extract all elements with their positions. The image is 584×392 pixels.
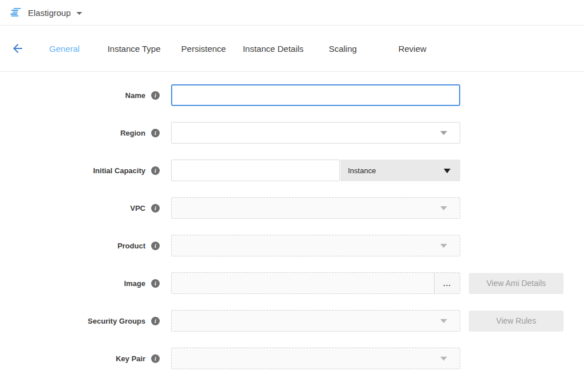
key-pair-select bbox=[171, 348, 460, 369]
vpc-select bbox=[171, 197, 460, 219]
image-picker-value bbox=[172, 273, 434, 293]
tab-persistence[interactable]: Persistence bbox=[169, 44, 238, 54]
form-row-product: Product i bbox=[0, 235, 584, 256]
image-picker: ... bbox=[171, 272, 460, 294]
wizard-tabs: General Instance Type Persistence Instan… bbox=[30, 44, 447, 54]
form-row-security-groups: Security Groups i View Rules bbox=[0, 310, 584, 332]
region-label: Region bbox=[120, 129, 145, 137]
key-pair-info-icon[interactable]: i bbox=[151, 354, 160, 363]
capacity-unit-value: Instance bbox=[348, 166, 376, 175]
form-row-initial-capacity: Initial Capacity i Instance bbox=[0, 160, 584, 181]
name-input[interactable] bbox=[171, 84, 460, 106]
tab-general[interactable]: General bbox=[30, 44, 99, 54]
product-select bbox=[171, 235, 460, 256]
key-pair-label: Key Pair bbox=[116, 354, 145, 363]
view-rules-button[interactable]: View Rules bbox=[469, 311, 563, 332]
tab-instance-details[interactable]: Instance Details bbox=[238, 44, 308, 54]
image-info-icon[interactable]: i bbox=[151, 279, 160, 288]
form-row-region: Region i bbox=[0, 122, 584, 144]
chevron-down-icon bbox=[440, 131, 447, 135]
product-label: Product bbox=[117, 242, 145, 250]
vpc-info-icon[interactable]: i bbox=[151, 204, 160, 213]
initial-capacity-info-icon[interactable]: i bbox=[151, 166, 160, 175]
capacity-unit-select[interactable]: Instance bbox=[340, 160, 460, 181]
initial-capacity-input[interactable] bbox=[171, 160, 340, 181]
region-info-icon[interactable]: i bbox=[151, 129, 160, 137]
view-ami-details-button[interactable]: View Ami Details bbox=[469, 273, 563, 294]
chevron-down-icon bbox=[440, 357, 447, 361]
vpc-label: VPC bbox=[130, 204, 145, 213]
tab-instance-type[interactable]: Instance Type bbox=[99, 44, 169, 54]
security-groups-select bbox=[171, 310, 460, 332]
region-select[interactable] bbox=[171, 122, 460, 144]
top-bar: Elastigroup bbox=[0, 0, 584, 26]
form-row-name: Name i bbox=[0, 84, 584, 106]
form-row-key-pair: Key Pair i bbox=[0, 348, 584, 369]
wizard-tab-bar: General Instance Type Persistence Instan… bbox=[0, 26, 584, 72]
back-arrow-icon[interactable] bbox=[11, 42, 25, 55]
elastigroup-logo-icon bbox=[9, 7, 22, 18]
chevron-down-icon[interactable] bbox=[76, 12, 82, 15]
form-row-vpc: VPC i bbox=[0, 197, 584, 219]
product-info-icon[interactable]: i bbox=[151, 242, 160, 250]
app-title[interactable]: Elastigroup bbox=[28, 8, 71, 18]
security-groups-info-icon[interactable]: i bbox=[151, 317, 160, 325]
image-label: Image bbox=[124, 279, 145, 288]
chevron-down-icon bbox=[444, 169, 451, 173]
form-row-image: Image i ... View Ami Details bbox=[0, 272, 584, 294]
name-label: Name bbox=[125, 91, 145, 100]
general-form: Name i Region i Initial Capacity i Insta… bbox=[0, 72, 584, 369]
chevron-down-icon bbox=[440, 319, 447, 323]
chevron-down-icon bbox=[440, 244, 447, 248]
tab-review[interactable]: Review bbox=[378, 44, 447, 54]
name-info-icon[interactable]: i bbox=[151, 91, 160, 100]
initial-capacity-label: Initial Capacity bbox=[93, 166, 145, 175]
security-groups-label: Security Groups bbox=[88, 317, 145, 325]
image-browse-button[interactable]: ... bbox=[434, 273, 460, 293]
chevron-down-icon bbox=[440, 206, 447, 210]
tab-scaling[interactable]: Scaling bbox=[308, 44, 378, 54]
